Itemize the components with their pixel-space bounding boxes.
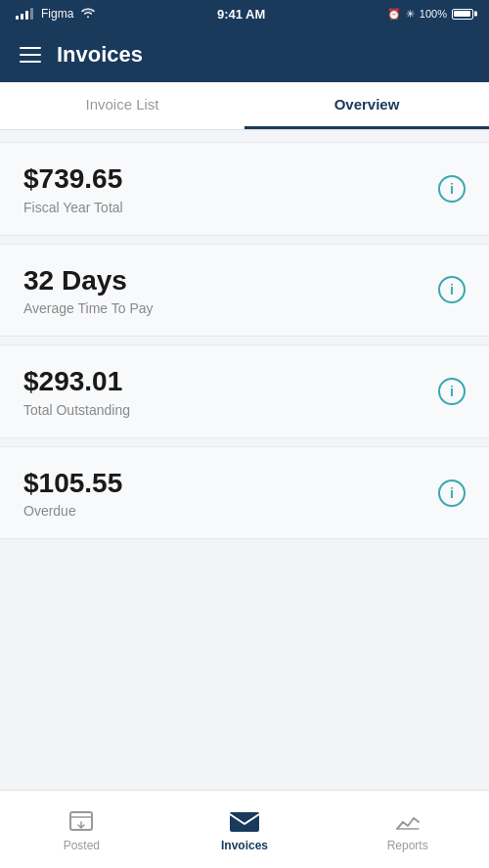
status-time: 9:41 AM bbox=[217, 7, 265, 22]
fiscal-year-total-content: $739.65 Fiscal Year Total bbox=[23, 162, 123, 215]
average-time-to-pay-content: 32 Days Average Time To Pay bbox=[23, 264, 154, 317]
fiscal-year-total-label: Fiscal Year Total bbox=[23, 200, 123, 215]
total-outstanding-value: $293.01 bbox=[23, 365, 130, 398]
alarm-icon: ⏰ bbox=[387, 8, 401, 21]
tab-overview[interactable]: Overview bbox=[244, 82, 489, 129]
invoices-icon bbox=[229, 807, 260, 835]
signal-icon bbox=[16, 8, 33, 20]
overdue-info-button[interactable]: i bbox=[438, 480, 466, 507]
average-time-to-pay-info-button[interactable]: i bbox=[438, 276, 466, 303]
posted-icon bbox=[67, 807, 95, 835]
fiscal-year-total-value: $739.65 bbox=[23, 162, 123, 196]
wifi-icon bbox=[81, 7, 95, 21]
overdue-value: $105.55 bbox=[23, 467, 122, 500]
tab-invoice-list[interactable]: Invoice List bbox=[0, 82, 244, 129]
total-outstanding-info-button[interactable]: i bbox=[438, 378, 466, 405]
app-header: Invoices bbox=[0, 27, 489, 82]
page-title: Invoices bbox=[57, 42, 143, 68]
status-right: ⏰ ✳ 100% bbox=[387, 8, 473, 21]
overdue-label: Overdue bbox=[23, 503, 122, 519]
average-time-to-pay-card: 32 Days Average Time To Pay i bbox=[0, 244, 489, 338]
nav-reports[interactable]: Reports bbox=[326, 791, 489, 868]
posted-label: Posted bbox=[64, 839, 100, 852]
battery-icon bbox=[452, 9, 473, 20]
overdue-card: $105.55 Overdue i bbox=[0, 446, 489, 540]
tab-bar: Invoice List Overview bbox=[0, 82, 489, 130]
total-outstanding-card: $293.01 Total Outstanding i bbox=[0, 344, 489, 438]
invoices-label: Invoices bbox=[221, 839, 268, 852]
average-time-to-pay-value: 32 Days bbox=[23, 264, 154, 297]
average-time-to-pay-label: Average Time To Pay bbox=[23, 300, 154, 316]
battery-percent: 100% bbox=[420, 8, 447, 20]
reports-icon bbox=[394, 807, 422, 835]
figma-label: Figma bbox=[41, 7, 73, 21]
nav-posted[interactable]: Posted bbox=[0, 791, 163, 868]
svg-point-0 bbox=[87, 17, 89, 19]
bluetooth-icon: ✳ bbox=[406, 8, 415, 21]
reports-label: Reports bbox=[387, 839, 428, 852]
status-left: Figma bbox=[16, 7, 95, 21]
bottom-navigation: Posted Invoices Reports bbox=[0, 790, 489, 868]
fiscal-year-total-card: $739.65 Fiscal Year Total i bbox=[0, 142, 489, 236]
status-bar: Figma 9:41 AM ⏰ ✳ 100% bbox=[0, 0, 489, 27]
hamburger-menu-button[interactable] bbox=[20, 47, 41, 63]
total-outstanding-label: Total Outstanding bbox=[23, 402, 130, 418]
nav-invoices[interactable]: Invoices bbox=[163, 791, 327, 868]
overdue-content: $105.55 Overdue bbox=[23, 467, 122, 520]
fiscal-year-total-info-button[interactable]: i bbox=[438, 175, 466, 203]
total-outstanding-content: $293.01 Total Outstanding bbox=[23, 365, 130, 418]
main-content: $739.65 Fiscal Year Total i 32 Days Aver… bbox=[0, 130, 489, 790]
